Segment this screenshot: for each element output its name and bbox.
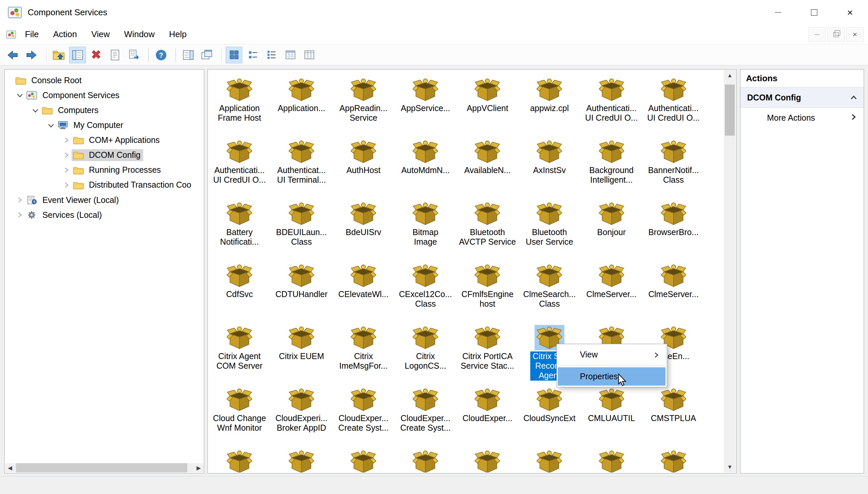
scroll-down-icon[interactable]: ▼ [724, 461, 736, 472]
dcom-item[interactable]: Bonjour [580, 198, 642, 260]
vertical-scrollbar[interactable]: ▲ ▼ [724, 70, 736, 472]
dcom-item[interactable]: Authenticati... UI CredUI O... [580, 74, 642, 136]
list-view-button[interactable] [263, 47, 280, 63]
dcom-item[interactable]: CloudExper... Create Syst... [394, 384, 456, 446]
maximize-button[interactable] [796, 0, 832, 25]
properties-button[interactable] [107, 47, 123, 63]
help-button[interactable]: ? [153, 47, 169, 63]
horizontal-scroll-track[interactable] [15, 463, 194, 472]
collapse-chevron-icon[interactable] [850, 93, 857, 102]
dcom-item[interactable]: ClmeSearch... Class [518, 260, 580, 322]
chevron-open-icon[interactable] [30, 107, 41, 114]
dcom-item[interactable]: Battery Notificati... [209, 198, 271, 260]
details-view-button[interactable] [282, 47, 299, 63]
new-window-button[interactable] [199, 47, 215, 63]
dcom-item[interactable]: Citrix LogonCS... [394, 322, 456, 384]
mdi-close-button[interactable]: × [846, 27, 864, 42]
scroll-left-icon[interactable]: ◀ [5, 463, 15, 472]
large-icons-view-button[interactable] [226, 47, 242, 63]
customize-view-button[interactable] [301, 47, 317, 63]
show-hide-console-tree-button[interactable] [69, 47, 86, 63]
dcom-item[interactable]: Bluetooth User Service [518, 198, 580, 260]
dcom-item[interactable]: Background Intelligent... [580, 136, 642, 198]
dcom-item[interactable] [394, 446, 456, 473]
chevron-closed-icon[interactable] [61, 152, 72, 158]
vertical-scroll-thumb[interactable] [725, 84, 735, 136]
dcom-item[interactable]: CFmlfsEngine host [456, 260, 518, 322]
chevron-closed-icon[interactable] [14, 196, 25, 203]
small-icons-view-button[interactable] [244, 47, 261, 63]
dcom-item[interactable]: appwiz.cpl [518, 74, 580, 136]
tree-item-running-processes[interactable]: Running Processes [5, 163, 203, 177]
scroll-up-icon[interactable]: ▲ [724, 70, 736, 81]
tree-item-event-viewer-local[interactable]: Event Viewer (Local) [5, 193, 203, 208]
dcom-item[interactable]: Bluetooth AVCTP Service [456, 198, 518, 260]
dcom-item[interactable] [580, 446, 642, 473]
dcom-item[interactable]: AvailableN... [456, 136, 518, 198]
dcom-item[interactable]: Authenticati... UI CredUI O... [642, 74, 704, 136]
tree-item-component-services[interactable]: Component Services [5, 88, 203, 103]
back-button[interactable] [4, 47, 21, 63]
chevron-closed-icon[interactable] [14, 211, 25, 218]
more-actions-button[interactable]: More Actions [741, 108, 864, 128]
dcom-item[interactable]: Citrix PortICA Service Stac... [456, 322, 518, 384]
horizontal-scroll-thumb[interactable] [16, 463, 188, 472]
dcom-item[interactable]: Citrix Agent COM Server [209, 322, 271, 384]
chevron-closed-icon[interactable] [61, 137, 72, 144]
dcom-item[interactable]: CMSTPLUA [642, 384, 704, 446]
menu-view[interactable]: View [84, 25, 117, 44]
dcom-item[interactable]: BDEUILaun... Class [271, 198, 332, 260]
menu-help[interactable]: Help [162, 25, 194, 44]
dcom-item[interactable]: AppVClient [456, 74, 518, 136]
dcom-item[interactable] [456, 446, 518, 473]
dcom-item[interactable] [642, 446, 704, 473]
menu-action[interactable]: Action [46, 25, 84, 44]
dcom-item[interactable]: CloudExper... [456, 384, 518, 446]
dcom-item[interactable]: Cloud Change Wnf Monitor [209, 384, 271, 446]
dcom-item[interactable]: CdfSvc [209, 260, 271, 322]
dcom-item[interactable]: AppService... [394, 74, 456, 136]
show-hide-action-pane-button[interactable] [180, 47, 197, 63]
dcom-item[interactable]: CExcel12Co... Class [394, 260, 456, 322]
dcom-item[interactable]: CElevateWl... [332, 260, 394, 322]
dcom-item[interactable]: BdeUISrv [332, 198, 394, 260]
dcom-item[interactable]: AutoMdmN... [394, 136, 456, 198]
menu-file[interactable]: File [18, 25, 46, 44]
dcom-item[interactable]: ClmeServer... [580, 260, 642, 322]
context-menu-item-view[interactable]: View [558, 345, 666, 364]
dcom-item[interactable]: Application... [271, 74, 332, 136]
tree-item-my-computer[interactable]: My Computer [5, 118, 203, 133]
dcom-item[interactable]: Citrix EUEM [271, 322, 332, 384]
dcom-item[interactable]: BannerNotif... Class [642, 136, 704, 198]
chevron-open-icon[interactable] [45, 122, 56, 129]
dcom-item[interactable]: CDTUHandler [271, 260, 332, 322]
dcom-item[interactable]: CloudExper... Create Syst... [332, 384, 394, 446]
dcom-item[interactable] [209, 446, 271, 473]
tree-item-dcom-config[interactable]: DCOM Config [5, 148, 203, 163]
dcom-item[interactable]: AuthHost [332, 136, 394, 198]
chevron-closed-icon[interactable] [61, 182, 72, 188]
delete-button[interactable] [88, 47, 104, 63]
tree-item-distributed-transaction-coo[interactable]: Distributed Transaction Coo [5, 177, 203, 192]
mdi-minimize-button[interactable] [808, 27, 826, 42]
dcom-item[interactable]: CloudSyncExt [518, 384, 580, 446]
tree-item-services-local[interactable]: Services (Local) [5, 208, 203, 223]
dcom-item[interactable]: Application Frame Host [209, 74, 271, 136]
dcom-item[interactable]: CMLUAUTIL [580, 384, 642, 446]
scroll-right-icon[interactable]: ▶ [194, 463, 203, 472]
dcom-item[interactable]: ClmeServer... [642, 260, 704, 322]
dcom-item[interactable]: CloudExperi... Broker AppID [271, 384, 332, 446]
tree-item-computers[interactable]: Computers [5, 103, 203, 118]
forward-button[interactable] [23, 47, 40, 63]
actions-section-header[interactable]: DCOM Config [741, 88, 864, 108]
tree-item-com-applications[interactable]: COM+ Applications [5, 133, 203, 148]
dcom-item[interactable]: Authenticat... UI Terminal... [271, 136, 332, 198]
horizontal-scrollbar[interactable]: ◀ ▶ [5, 463, 203, 472]
dcom-item[interactable]: Citrix ImeMsgFor... [332, 322, 394, 384]
minimize-button[interactable] [760, 0, 796, 25]
dcom-item[interactable] [518, 446, 580, 473]
dcom-item[interactable]: AppReadin... Service [332, 74, 394, 136]
chevron-open-icon[interactable] [14, 92, 25, 98]
menu-window[interactable]: Window [117, 25, 162, 44]
close-button[interactable]: × [832, 0, 868, 25]
